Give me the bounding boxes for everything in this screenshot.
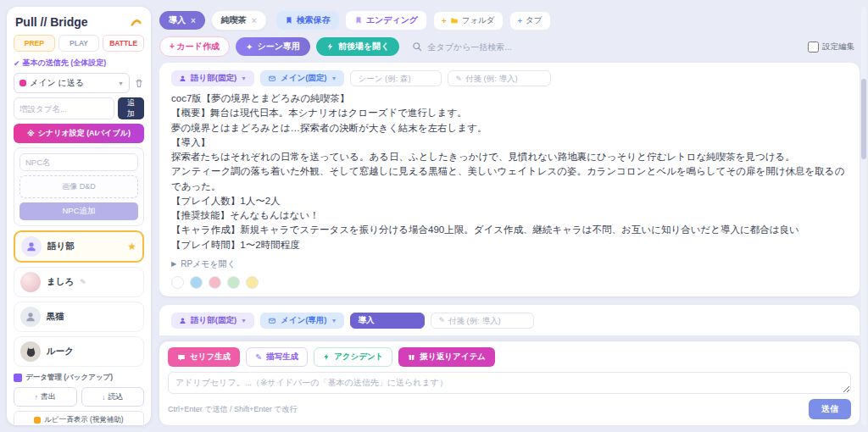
settings-edit-checkbox[interactable] [808, 42, 819, 53]
npc-add-button[interactable]: NPC追加 [19, 202, 138, 220]
target-label: メイン(固定) [281, 73, 327, 84]
export-button[interactable]: ↑ 書出 [14, 387, 77, 407]
create-card-button[interactable]: + カード作成 [159, 36, 230, 57]
send-button[interactable]: 送信 [809, 399, 851, 419]
global-search [412, 42, 607, 52]
fusen-field: ✎ [448, 70, 551, 86]
character-name: ましろ [47, 276, 74, 288]
card-text-line: 【推奨技能】そんなもんはない！ [171, 208, 848, 223]
app-root: Pull // Bridge PREP PLAY BATTLE ✔ 基本の送信先… [0, 0, 868, 432]
npc-panel: 画像 D&D NPC追加 [14, 147, 144, 226]
plus-icon: + [442, 16, 447, 25]
scene-input[interactable] [350, 313, 425, 329]
target-select[interactable]: メイン(専用) ▼ [260, 313, 344, 329]
character-item-narrator[interactable]: 語り部 ★ [14, 230, 144, 263]
stamp-green[interactable] [227, 276, 240, 289]
character-list: 語り部 ★ ましろ ✎ 黒猫 ルーク [14, 230, 144, 367]
scene-only-button[interactable]: ✦ シーン専用 [236, 37, 310, 56]
bridge-logo-icon [131, 17, 142, 27]
app-logo: Pull // Bridge [14, 14, 144, 30]
open-stage-button[interactable]: 前後場を開く [316, 37, 399, 56]
stamp-pink[interactable] [209, 276, 221, 289]
fusen-field: ✎ [431, 313, 534, 329]
ruby-display-button[interactable]: ルビ一斉表示 (視覚補助) [14, 411, 144, 425]
serif-generate-button[interactable]: セリフ生成 [168, 347, 240, 367]
scene-input[interactable] [350, 70, 442, 86]
character-name: 黒猫 [47, 311, 64, 323]
narrator-avatar [21, 236, 42, 257]
trash-button[interactable] [134, 78, 144, 88]
character-item-mashiro[interactable]: ましろ ✎ [14, 267, 144, 297]
search-icon [412, 42, 422, 52]
tag-intro[interactable]: 導入 × [159, 11, 205, 30]
bolt-icon [323, 353, 330, 361]
description-generate-button[interactable]: ✎ 描写生成 [246, 347, 308, 367]
envelope-icon [268, 75, 276, 82]
card-text-line: 【導入】 [171, 136, 848, 150]
scenario-card: 語り部(固定) ▼ メイン(固定) ▼ ✎ [159, 63, 860, 296]
close-icon[interactable]: × [252, 16, 257, 25]
chevron-down-icon: ▼ [331, 318, 337, 324]
stamp-blue[interactable] [190, 276, 203, 289]
rp-memo-toggle[interactable]: ▶ RPメモを開く [171, 258, 848, 270]
kuroneko-avatar [20, 307, 41, 327]
tab-play[interactable]: PLAY [58, 35, 100, 52]
character-name: 語り部 [47, 241, 75, 252]
tab-prep[interactable]: PREP [14, 35, 55, 52]
speech-bubble-icon [177, 353, 186, 362]
card-text-line: 探索者たちはそれぞれの日常を送っている。ある日、ふとしたきっかけで、見慣れない路… [171, 150, 848, 164]
pencil-icon: ✎ [80, 278, 86, 286]
stamp-yellow[interactable] [246, 276, 259, 289]
new-tab-name-input[interactable] [14, 97, 114, 119]
import-button[interactable]: ↓ 読込 [81, 387, 145, 407]
card-text-line: 夢の境界とはまどろみとは…探索者の決断が大きく結末を左右します。 [171, 121, 848, 136]
flashback-item-button[interactable]: 振り返りアイテム [398, 347, 494, 367]
tab-battle[interactable]: BATTLE [103, 35, 144, 52]
speaker-icon [179, 75, 186, 82]
tag-bar: 導入 × 純喫茶 × 検索保存 エンディング + [159, 10, 860, 30]
close-icon[interactable]: × [191, 16, 196, 25]
tag-cafe[interactable]: 純喫茶 × [211, 10, 267, 30]
scrollbar-track[interactable] [861, 7, 866, 425]
luke-avatar [20, 341, 41, 362]
character-name: ルーク [47, 346, 74, 357]
stamp-white[interactable] [171, 276, 184, 289]
chevron-down-icon: ▼ [241, 75, 247, 81]
scenario-settings-button[interactable]: ※ シナリオ設定 (AIバイブル) [14, 124, 144, 143]
download-icon: ↓ [102, 393, 106, 402]
star-icon: ★ [127, 241, 136, 252]
speaker-icon [179, 317, 186, 324]
upload-icon: ↑ [35, 393, 39, 402]
fusen-input[interactable] [465, 74, 543, 83]
intro-card: 語り部(固定) ▼ メイン(専用) ▼ ✎ [159, 305, 860, 335]
pencil-icon: ✎ [438, 316, 445, 324]
target-select[interactable]: メイン(固定) ▼ [260, 70, 344, 86]
send-destination-title: ✔ 基本の送信先 (全体設定) [14, 58, 144, 69]
image-dnd-zone[interactable]: 画像 D&D [19, 175, 138, 198]
add-tab-button[interactable]: 追加 [118, 97, 144, 119]
accident-button[interactable]: アクシデント [314, 347, 392, 367]
settings-edit-label: 設定編集 [822, 42, 854, 53]
search-save-button[interactable]: 検索保存 [276, 11, 339, 30]
adlib-input[interactable] [168, 372, 851, 394]
character-item-luke[interactable]: ルーク [14, 336, 144, 367]
card-text-line: coc7版【夢の境界とまどろみの純喫茶】 [171, 91, 848, 106]
speaker-select[interactable]: 語り部(固定) ▼ [171, 70, 254, 86]
generator-buttons: セリフ生成 ✎ 描写生成 アクシデント 振り返りアイテム [168, 347, 851, 367]
fusen-input[interactable] [448, 316, 526, 325]
global-search-input[interactable] [427, 42, 607, 52]
ending-tag-button[interactable]: エンディング [345, 10, 427, 30]
scrollbar-thumb[interactable] [861, 79, 866, 159]
card-list: 語り部(固定) ▼ メイン(固定) ▼ ✎ [159, 63, 860, 335]
add-tab-button-top[interactable]: + タブ [509, 11, 551, 30]
stamp-palette [171, 276, 848, 289]
character-item-kuroneko[interactable]: 黒猫 [14, 302, 144, 332]
bolt-icon [326, 42, 334, 51]
card-body: 貴方はいつもの日常を過ごしていた。ある日の帰り道か或いは向かう途中かもしれない。 [171, 334, 848, 335]
speaker-label: 語り部(固定) [191, 73, 236, 84]
add-folder-button[interactable]: + フォルダ [433, 11, 503, 30]
speaker-select[interactable]: 語り部(固定) ▼ [171, 313, 254, 329]
npc-name-input[interactable] [19, 153, 138, 171]
destination-select[interactable]: メイン に送る ▼ [14, 73, 130, 93]
check-icon: ✔ [14, 59, 20, 68]
